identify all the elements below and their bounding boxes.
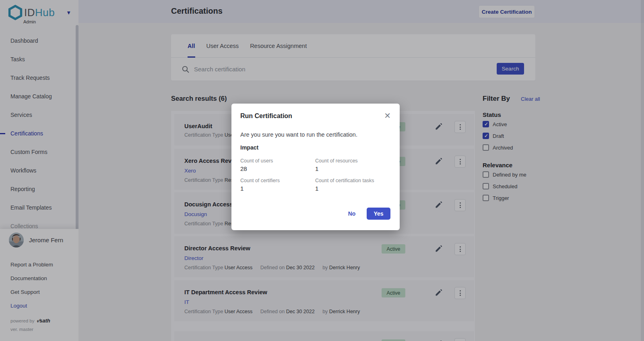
stat-count-of-certification-tasks: Count of certification tasks 1 — [315, 178, 392, 192]
stat-count-of-certifiers: Count of certifiers 1 — [240, 178, 317, 192]
close-icon[interactable]: ✕ — [384, 112, 391, 120]
impact-heading: Impact — [240, 144, 258, 151]
app-window: IDHub ▼ Admin Dashboard Tasks Track Requ… — [0, 0, 644, 341]
modal-title: Run Certification — [240, 112, 292, 120]
run-certification-modal: Run Certification ✕ Are you sure you wan… — [231, 104, 400, 230]
yes-button[interactable]: Yes — [367, 208, 390, 220]
stat-count-of-users: Count of users 28 — [240, 158, 317, 172]
no-button[interactable]: No — [343, 208, 360, 219]
stat-count-of-resources: Count of resources 1 — [315, 158, 392, 172]
modal-message: Are you sure you want to run the certifi… — [240, 131, 357, 138]
